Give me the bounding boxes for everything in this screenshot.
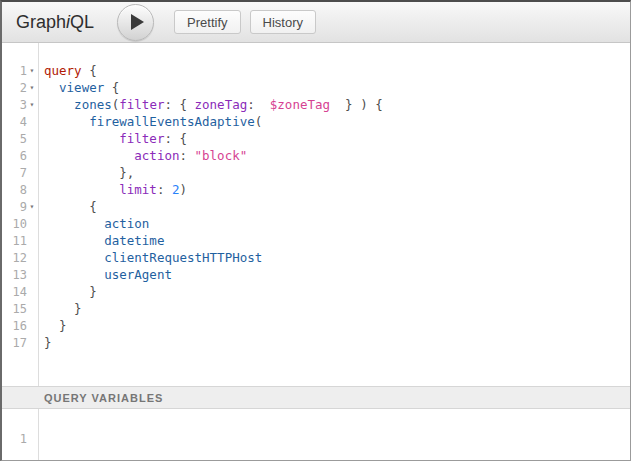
code-line[interactable]: firewallEventsAdaptive( xyxy=(44,113,630,130)
chevron-down-icon[interactable]: ▾ xyxy=(27,198,37,215)
line-number: 17 xyxy=(13,336,27,350)
code-token: firewallEventsAdaptive xyxy=(89,114,255,129)
query-variables-header[interactable]: QUERY VARIABLES xyxy=(2,386,630,409)
code-line[interactable]: viewer { xyxy=(44,79,630,96)
line-number: 4 xyxy=(20,115,27,129)
line-number: 5 xyxy=(20,132,27,146)
code-line[interactable]: userAgent xyxy=(44,266,630,283)
code-line[interactable]: action xyxy=(44,215,630,232)
code-line[interactable]: } xyxy=(44,300,630,317)
code-line[interactable]: datetime xyxy=(44,232,630,249)
code-token: { xyxy=(89,199,97,214)
chevron-down-icon[interactable]: ▾ xyxy=(27,79,37,96)
code-line[interactable]: filter: { xyxy=(44,130,630,147)
query-editor[interactable]: 1▾2▾3▾456789▾1011121314151617 query { vi… xyxy=(2,43,630,386)
code-token xyxy=(44,97,74,112)
line-number: 9 xyxy=(20,200,27,214)
code-token: clientRequestHTTPHost xyxy=(104,250,262,265)
line-number: 2 xyxy=(20,81,27,95)
line-number: 11 xyxy=(13,234,27,248)
query-editor-code[interactable]: query { viewer { zones(filter: { zoneTag… xyxy=(39,43,630,386)
code-token xyxy=(44,267,104,282)
code-token xyxy=(44,148,134,163)
code-token: limit xyxy=(119,182,157,197)
query-editor-gutter: 1▾2▾3▾456789▾1011121314151617 xyxy=(2,43,39,386)
code-token: : xyxy=(179,148,194,163)
code-token: action xyxy=(104,216,149,231)
code-token xyxy=(44,182,119,197)
code-token: filter xyxy=(119,131,164,146)
code-token xyxy=(44,250,104,265)
code-token: userAgent xyxy=(104,267,172,282)
code-token: } xyxy=(74,301,82,316)
code-token: { xyxy=(104,80,119,95)
code-token: viewer xyxy=(59,80,104,95)
code-token: } xyxy=(89,284,97,299)
code-line[interactable]: } xyxy=(44,283,630,300)
code-line[interactable]: action: "block" xyxy=(44,147,630,164)
code-token: zoneTag xyxy=(195,97,248,112)
code-token: } ) { xyxy=(330,97,383,112)
code-line[interactable]: } xyxy=(44,317,630,334)
code-token: query xyxy=(44,63,82,78)
line-number: 3 xyxy=(20,98,27,112)
code-token: } xyxy=(44,335,52,350)
chevron-down-icon[interactable]: ▾ xyxy=(27,96,37,113)
code-token: zones xyxy=(74,97,112,112)
logo-text: Graph xyxy=(16,12,66,32)
code-token: }, xyxy=(119,165,134,180)
variables-editor-gutter: 1 xyxy=(2,409,39,460)
query-variables-title: QUERY VARIABLES xyxy=(44,392,163,404)
chevron-down-icon[interactable]: ▾ xyxy=(27,62,37,79)
line-number: 8 xyxy=(20,183,27,197)
code-token: $zoneTag xyxy=(270,97,330,112)
code-token xyxy=(44,318,59,333)
code-line[interactable]: clientRequestHTTPHost xyxy=(44,249,630,266)
code-token: : xyxy=(157,182,172,197)
code-token xyxy=(44,131,119,146)
code-token: "block" xyxy=(195,148,248,163)
code-token: action xyxy=(134,148,179,163)
code-token xyxy=(44,284,89,299)
line-number: 14 xyxy=(13,285,27,299)
variables-editor[interactable]: 1 {"zoneTag":""} xyxy=(2,409,630,460)
play-icon xyxy=(131,14,144,30)
line-number: 6 xyxy=(20,149,27,163)
line-number: 7 xyxy=(20,166,27,180)
code-token: ( xyxy=(255,114,263,129)
code-token xyxy=(44,216,104,231)
code-token: } xyxy=(59,318,67,333)
code-token xyxy=(44,80,59,95)
line-number: 10 xyxy=(13,217,27,231)
code-token: { xyxy=(82,63,97,78)
code-token xyxy=(44,114,89,129)
line-number: 1 xyxy=(20,432,27,446)
code-line[interactable]: zones(filter: { zoneTag: $zoneTag } ) { xyxy=(44,96,630,113)
variables-editor-code[interactable]: {"zoneTag":""} xyxy=(39,409,630,460)
code-token xyxy=(44,233,104,248)
logo-text-ql: QL xyxy=(70,12,94,32)
code-token xyxy=(44,165,119,180)
line-number: 13 xyxy=(13,268,27,282)
code-token: : xyxy=(247,97,270,112)
code-token: : { xyxy=(164,131,187,146)
history-button[interactable]: History xyxy=(250,10,316,34)
app-logo: GraphiQL xyxy=(16,12,94,33)
execute-button[interactable] xyxy=(117,4,154,41)
code-line[interactable]: limit: 2) xyxy=(44,181,630,198)
code-line[interactable]: { xyxy=(44,198,630,215)
code-line[interactable]: }, xyxy=(44,164,630,181)
code-line[interactable]: } xyxy=(44,334,630,351)
code-token: : { xyxy=(164,97,194,112)
code-line[interactable]: query { xyxy=(44,62,630,79)
toolbar: GraphiQL Prettify History xyxy=(2,2,630,43)
code-token: 2 xyxy=(172,182,180,197)
line-number: 16 xyxy=(13,319,27,333)
code-token: ) xyxy=(180,182,188,197)
line-number: 1 xyxy=(20,64,27,78)
graphiql-window: GraphiQL Prettify History 1▾2▾3▾456789▾1… xyxy=(0,0,631,461)
prettify-button[interactable]: Prettify xyxy=(174,10,240,34)
code-token xyxy=(44,301,74,316)
code-token: filter xyxy=(119,97,164,112)
code-token: datetime xyxy=(104,233,164,248)
